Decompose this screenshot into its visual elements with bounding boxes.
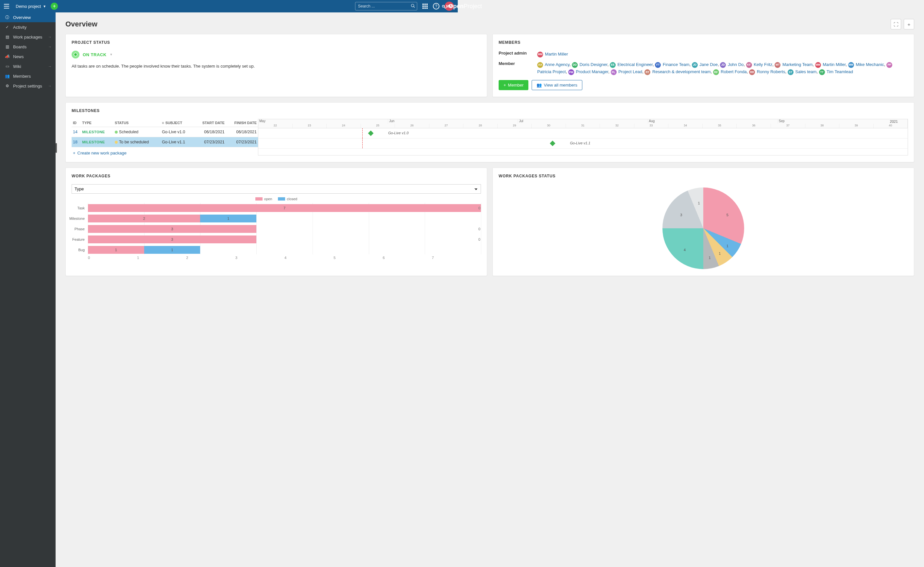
project-name: Demo project [16,4,41,9]
bar-chart: TaskMilestonePhaseFeatureBug702130301101… [72,203,458,262]
project-selector[interactable]: Demo project ▼ [16,4,46,9]
sidebar-item-work-packages[interactable]: ▤Work packages→ [0,32,56,42]
chevron-right-icon: → [48,35,52,39]
sidebar-icon: ▥ [4,44,11,49]
table-header[interactable]: START DATE [194,119,226,127]
status-description: All tasks are on schedule. The people in… [72,63,458,70]
help-icon[interactable]: ? [433,3,439,9]
widget-heading: MILESTONES [72,108,458,113]
chart-legend: open closed [72,197,458,201]
svg-point-0 [442,5,444,7]
sidebar-item-activity[interactable]: ✓Activity [0,22,56,32]
group-by-select[interactable]: Type [72,184,458,194]
search-icon[interactable] [411,4,415,9]
sidebar-label: Boards [13,44,27,50]
page-title: Overview [65,20,98,28]
table-header[interactable]: ≡SUBJECT [161,119,194,127]
apps-grid-icon[interactable] [423,4,428,9]
sidebar-label: Overview [13,15,31,20]
search-wrap [355,2,417,10]
sidebar-icon: 📣 [4,54,11,59]
table-row[interactable]: 14MILESTONEScheduledGo-Live v1.006/18/20… [72,127,258,137]
widget-heading: WORK PACKAGES [72,174,458,178]
sidebar-item-members[interactable]: 👥Members [0,71,56,81]
sidebar-icon: ⚙ [4,84,11,88]
table-header[interactable]: ID [72,119,81,127]
chevron-right-icon: → [48,45,52,49]
project-status-widget: PROJECT STATUS ON TRACK ▼ All tasks are … [65,34,458,97]
status-indicator-icon [72,51,80,58]
table-header[interactable]: STATUS [113,119,161,127]
gantt-chart[interactable]: 2021MayJunJulAugSep222324252627282930313… [258,119,458,156]
sidebar-label: Members [13,74,31,79]
sidebar-label: Wiki [13,64,21,69]
content: Overview ⛶ + PROJECT STATUS ON TRACK ▼ A… [56,12,458,281]
table-header[interactable]: FINISH DATE [226,119,258,127]
sidebar-item-boards[interactable]: ▥Boards→ [0,42,56,52]
milestones-widget: MILESTONES IDTYPESTATUS≡SUBJECTSTART DAT… [65,102,458,162]
menu-toggle-icon[interactable] [4,4,9,9]
status-label[interactable]: ON TRACK [83,52,107,57]
caret-down-icon[interactable]: ▼ [110,53,113,56]
sidebar-icon: ✓ [4,25,11,29]
table-header[interactable]: TYPE [81,119,113,127]
sidebar-item-wiki[interactable]: ▭Wiki→ [0,62,56,71]
sidebar-label: News [13,54,24,59]
plus-icon: + [73,151,75,156]
add-button[interactable]: + [51,3,58,10]
sidebar-item-overview[interactable]: ⓘOverview [0,12,56,22]
topbar: Demo project ▼ + OpenProject ? MM [0,0,458,12]
work-packages-widget: WORK PACKAGES Type open closed TaskMiles… [65,168,458,276]
chevron-right-icon: → [48,84,52,88]
chevron-right-icon: → [48,64,52,68]
milestones-table: IDTYPESTATUS≡SUBJECTSTART DATEFINISH DAT… [72,119,258,147]
caret-down-icon: ▼ [43,4,46,8]
table-row[interactable]: 18MILESTONETo be scheduledGo-Live v1.107… [72,137,258,147]
sidebar-label: Project settings [13,84,42,88]
sidebar-icon: ⓘ [4,15,11,20]
openproject-icon [442,4,447,9]
sidebar-item-project-settings[interactable]: ⚙Project settings→ [0,81,56,91]
search-input[interactable] [355,2,417,10]
create-work-package-link[interactable]: + Create new work package [72,147,258,156]
sidebar: ⓘOverview✓Activity▤Work packages→▥Boards… [0,12,56,281]
svg-point-1 [411,4,414,7]
sidebar-icon: ▤ [4,34,11,39]
sidebar-label: Activity [13,25,27,30]
brand-logo: OpenProject [442,3,458,10]
svg-line-2 [414,6,415,8]
sidebar-icon: ▭ [4,64,11,69]
widget-heading: PROJECT STATUS [72,40,458,45]
sidebar-icon: 👥 [4,74,11,78]
sidebar-label: Work packages [13,34,42,39]
sidebar-item-news[interactable]: 📣News [0,52,56,62]
